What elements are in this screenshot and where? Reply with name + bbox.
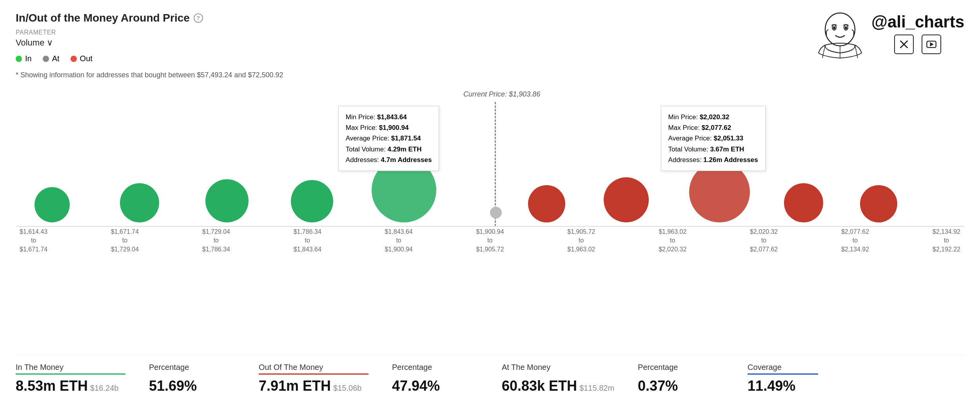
in-eth-value: 8.53m ETH xyxy=(16,378,88,394)
volume-dropdown[interactable]: Volume ∨ xyxy=(16,38,203,48)
in-the-money-label: In The Money xyxy=(16,363,125,372)
svg-point-0 xyxy=(825,13,855,46)
out-eth-value: 7.91m ETH xyxy=(259,378,331,394)
youtube-icon[interactable] xyxy=(922,35,941,54)
svg-point-4 xyxy=(845,26,847,29)
x-label-2: $1,729.04 to $1,786.34 xyxy=(202,228,230,254)
twitter-icon[interactable] xyxy=(894,35,914,54)
branding-section: @ali_charts xyxy=(817,8,964,59)
bubble-red-1 xyxy=(528,185,565,222)
bubble-green-1 xyxy=(34,187,70,222)
bubble-green-3 xyxy=(205,179,249,222)
at-legend-dot xyxy=(43,56,49,62)
legend: In At Out xyxy=(16,54,203,63)
x-label-5: $1,900.94 to $1,905.72 xyxy=(476,228,504,254)
stats-section: In The Money 8.53m ETH $16.24b Percentag… xyxy=(16,355,964,394)
x-label-8: $2,020.32 to $2,077.62 xyxy=(750,228,778,254)
bubble-red-5 xyxy=(860,185,897,222)
out-usd-value: $15.06b xyxy=(333,384,361,393)
parameter-label: PARAMETER xyxy=(16,29,203,36)
x-label-6: $1,905.72 to $1,963.02 xyxy=(567,228,595,254)
tooltip-left: Min Price: $1,843.64 Max Price: $1,900.9… xyxy=(338,106,439,171)
bubble-red-2 xyxy=(604,177,649,222)
info-icon[interactable]: ? xyxy=(194,13,203,23)
coverage-value: 11.49% xyxy=(748,378,818,394)
x-axis-labels: $1,614.43 to $1,671.74 $1,671.74 to $1,7… xyxy=(16,228,964,254)
coverage-label: Coverage xyxy=(748,363,818,372)
x-label-10: $2,134.92 to $2,192.22 xyxy=(933,228,960,254)
x-label-1: $1,671.74 to $1,729.04 xyxy=(111,228,139,254)
out-percentage-value: 47.94% xyxy=(392,378,470,394)
brand-text-section: @ali_charts xyxy=(871,13,964,54)
x-label-0: $1,614.43 to $1,671.74 xyxy=(20,228,47,254)
percentage-label-3: Percentage xyxy=(638,363,716,372)
x-label-3: $1,786.34 to $1,843.64 xyxy=(294,228,321,254)
page-title: In/Out of the Money Around Price xyxy=(16,12,190,24)
x-axis-line xyxy=(16,226,964,227)
svg-line-6 xyxy=(855,45,858,58)
x-label-4: $1,843.64 to $1,900.94 xyxy=(385,228,413,254)
x-label-9: $2,077.62 to $2,134.92 xyxy=(841,228,869,254)
bubble-green-4 xyxy=(291,180,333,222)
in-money-underline xyxy=(16,373,125,375)
chevron-down-icon: ∨ xyxy=(47,38,53,48)
svg-point-3 xyxy=(833,26,835,29)
at-the-money-label: At The Money xyxy=(502,363,614,372)
at-percentage-value: 0.37% xyxy=(638,378,716,394)
out-money-underline xyxy=(259,373,368,375)
out-legend-dot xyxy=(71,56,77,62)
bubble-red-4 xyxy=(784,183,823,222)
bubble-green-2 xyxy=(120,183,159,222)
avatar-image xyxy=(817,8,864,59)
out-legend-label: Out xyxy=(80,54,93,63)
x-label-7: $1,963.02 to $2,020.32 xyxy=(659,228,686,254)
tooltip-right: Min Price: $2,020.32 Max Price: $2,077.6… xyxy=(661,106,766,171)
percentage-label-2: Percentage xyxy=(392,363,470,372)
in-legend-dot xyxy=(16,56,22,62)
in-percentage-value: 51.69% xyxy=(149,378,227,394)
current-price-label: Current Price: $1,903.86 xyxy=(463,90,540,98)
svg-line-5 xyxy=(822,45,825,58)
brand-handle: @ali_charts xyxy=(871,13,964,31)
info-note: * Showing information for addresses that… xyxy=(16,71,964,79)
coverage-underline xyxy=(748,373,818,375)
out-the-money-label: Out Of The Money xyxy=(259,363,368,372)
at-usd-value: $115.82m xyxy=(579,384,614,393)
at-legend-label: At xyxy=(52,54,60,63)
percentage-label-1: Percentage xyxy=(149,363,227,372)
in-legend-label: In xyxy=(25,54,32,63)
chart-area: Current Price: $1,903.86 Min Price: $1 xyxy=(16,87,964,256)
at-eth-value: 60.83k ETH xyxy=(502,378,577,394)
bubble-gray-at xyxy=(490,207,502,218)
in-usd-value: $16.24b xyxy=(90,384,118,393)
